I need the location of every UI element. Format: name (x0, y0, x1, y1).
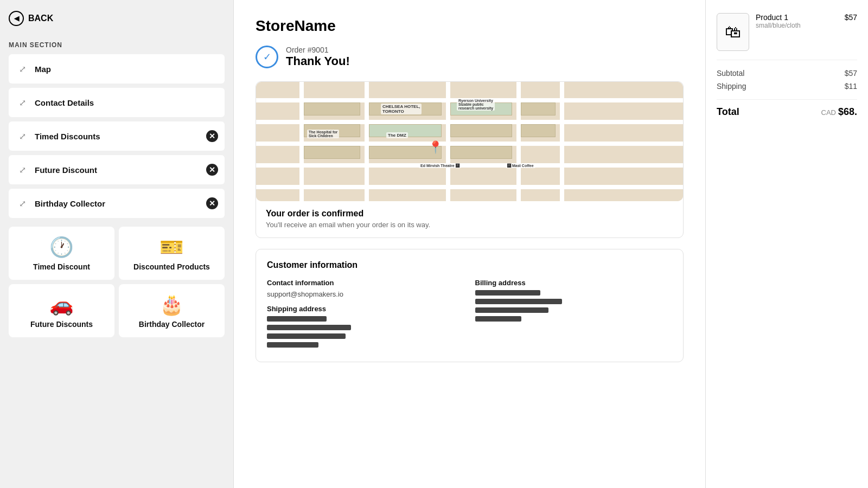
product-row: 🛍 Product 1 small/blue/cloth $57 (717, 13, 857, 60)
map-container: CHELSEA HOTEL,TORONTO The Hospital forSi… (256, 82, 683, 201)
map-placeholder: CHELSEA HOTEL,TORONTO The Hospital forSi… (256, 82, 683, 201)
sidebar: ◀ BACK MAIN SECTION ⤢ Map ⤢ Contact Deta… (0, 0, 233, 488)
product-name: Product 1 (756, 13, 838, 22)
birthday-collector-icon: 🎂 (159, 295, 184, 314)
map-label-hospital: The Hospital forSick Children (307, 130, 339, 138)
sidebar-item-map[interactable]: ⤢ Map (9, 54, 225, 84)
billing-line4 (475, 316, 521, 322)
nav-label-timed: Timed Discounts (35, 132, 100, 141)
total-amount: CAD$68. (821, 106, 858, 118)
sidebar-item-future-discount[interactable]: ⤢ Future Discount ✕ (9, 155, 225, 184)
back-label: BACK (28, 14, 53, 23)
order-confirmed-card: CHELSEA HOTEL,TORONTO The Hospital forSi… (256, 81, 684, 238)
widget-label-timed: Timed Discount (33, 262, 90, 271)
check-circle-icon: ✓ (256, 46, 278, 68)
expand-icon-timed: ⤢ (16, 130, 28, 142)
back-icon: ◀ (9, 11, 24, 26)
product-price: $57 (845, 13, 857, 22)
product-bag-icon: 🛍 (717, 13, 749, 51)
cad-label: CAD (821, 108, 836, 117)
shipping-line1 (267, 316, 327, 322)
close-future-discount[interactable]: ✕ (206, 164, 218, 176)
billing-label: Billing address (475, 279, 673, 287)
billing-col: Billing address (475, 279, 673, 351)
widget-grid: 🕐 Timed Discount 🎫 Discounted Products 🚗… (9, 227, 225, 337)
billing-line3 (475, 307, 548, 313)
customer-info-card: Customer information Contact information… (256, 249, 684, 362)
sidebar-item-birthday-collector[interactable]: ⤢ Birthday Collector ✕ (9, 189, 225, 218)
sidebar-item-timed-discounts[interactable]: ⤢ Timed Discounts ✕ (9, 121, 225, 151)
nav-label-contact: Contact Details (35, 98, 94, 107)
timed-discount-icon: 🕐 (49, 237, 74, 257)
customer-info-heading: Customer information (267, 260, 672, 270)
right-panel: 🛍 Product 1 small/blue/cloth $57 Subtota… (705, 0, 868, 488)
subtotal-row: Subtotal $57 (717, 69, 857, 78)
shipping-summary-label: Shipping (717, 82, 746, 91)
section-label: MAIN SECTION (9, 41, 225, 49)
back-button[interactable]: ◀ BACK (9, 11, 225, 26)
confirmed-title: Your order is confirmed (266, 209, 673, 219)
order-number: Order #9001 (286, 46, 350, 54)
order-info: Order #9001 Thank You! (286, 46, 350, 68)
billing-line1 (475, 290, 540, 296)
map-label-mast: 🅿 Mast Coffee (506, 163, 535, 168)
confirmed-subtitle: You'll receive an email when your order … (266, 221, 673, 229)
nav-label-future: Future Discount (35, 165, 97, 175)
close-timed-discounts[interactable]: ✕ (206, 130, 218, 142)
total-row: Total CAD$68. (717, 99, 857, 118)
map-label-dmz: The DMZ (386, 132, 408, 138)
future-discounts-icon: 🚗 (49, 295, 74, 314)
order-header: ✓ Order #9001 Thank You! (256, 46, 684, 68)
widget-timed-discount[interactable]: 🕐 Timed Discount (9, 227, 114, 280)
info-grid: Contact information support@shopmakers.i… (267, 279, 672, 351)
nav-label-map: Map (35, 65, 51, 74)
expand-icon-future: ⤢ (16, 164, 28, 176)
map-label-chelsea: CHELSEA HOTEL,TORONTO (381, 104, 422, 114)
contact-shipping-col: Contact information support@shopmakers.i… (267, 279, 464, 351)
map-label-mirvish: Ed Mirvish Theatre 🅿 (419, 163, 461, 168)
subtotal-value: $57 (845, 69, 857, 78)
shipping-summary-value: $11 (845, 82, 857, 91)
thank-you-text: Thank You! (286, 54, 350, 68)
product-variant: small/blue/cloth (756, 22, 838, 29)
subtotal-label: Subtotal (717, 69, 744, 78)
sidebar-item-contact-details[interactable]: ⤢ Contact Details (9, 88, 225, 117)
close-birthday-collector[interactable]: ✕ (206, 197, 218, 209)
contact-label: Contact information (267, 279, 464, 287)
discounted-products-icon: 🎫 (159, 237, 184, 257)
map-label-ryerson: Ryerson UniversitySizable publicresearch… (457, 98, 495, 111)
product-details: Product 1 small/blue/cloth (756, 13, 838, 29)
expand-icon-contact: ⤢ (16, 97, 28, 108)
widget-label-birthday: Birthday Collector (139, 320, 205, 329)
total-value: $68. (838, 106, 857, 117)
widget-future-discounts[interactable]: 🚗 Future Discounts (9, 284, 114, 337)
shipping-line2 (267, 325, 351, 330)
billing-line2 (475, 299, 562, 304)
expand-icon-birthday: ⤢ (16, 197, 28, 209)
store-name: StoreName (256, 17, 684, 35)
total-label: Total (717, 106, 739, 118)
shipping-line3 (267, 333, 346, 339)
map-pin: 📍 (428, 140, 443, 155)
widget-label-discounted: Discounted Products (133, 262, 210, 271)
main-content: StoreName ✓ Order #9001 Thank You! (233, 0, 705, 488)
shipping-row: Shipping $11 (717, 82, 857, 91)
widget-birthday-collector[interactable]: 🎂 Birthday Collector (119, 284, 225, 337)
expand-icon: ⤢ (16, 63, 28, 75)
contact-email: support@shopmakers.io (267, 290, 464, 298)
widget-label-future: Future Discounts (30, 320, 93, 329)
shipping-line4 (267, 342, 318, 348)
confirmed-text: Your order is confirmed You'll receive a… (256, 201, 683, 237)
nav-label-birthday: Birthday Collector (35, 199, 105, 208)
shipping-label: Shipping address (267, 305, 464, 313)
widget-discounted-products[interactable]: 🎫 Discounted Products (119, 227, 225, 280)
